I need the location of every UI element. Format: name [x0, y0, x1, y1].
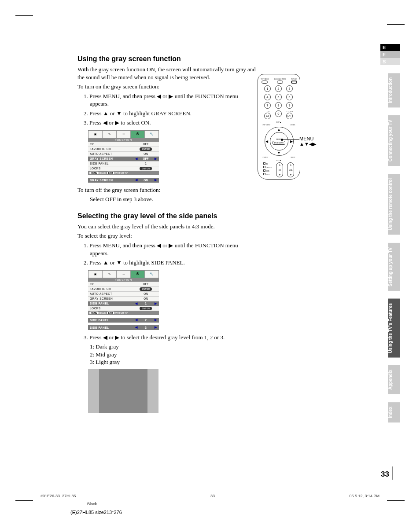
section1-intro: With the gray screen function ON, the sc… [77, 66, 256, 81]
osd1-single-val: ON [138, 179, 154, 182]
osd-tab-icon: ⦿ [131, 271, 145, 278]
remote-mode-list: TV CBL/SAT VCR DVD [263, 162, 272, 177]
remote-power-btn [291, 81, 297, 84]
remote-num-ENT: ENT [286, 113, 293, 119]
osd2-title: FUNCTION [88, 278, 159, 282]
page-number: 33 [381, 470, 389, 479]
osd-menu-2: ▣✎☰⦿🔧 FUNCTION CCOFFFAVORITE CHENTERAUTO… [88, 270, 159, 330]
osd-foot-back: BACK [99, 312, 106, 314]
osd-tab-icon: 🔧 [145, 271, 158, 278]
osd-foot-back: BACK [99, 172, 106, 174]
remote-dpad: POP MENU GUIDE ▲ ▼ ◀ ▶ MENU DVD MENU ENT… [262, 124, 296, 158]
dpad-left-icon: ◀ [265, 140, 268, 143]
crop-mark-br [387, 492, 405, 510]
s1-step2-text: Press ▲ or ▼ to highlight GRAY SCREEN. [89, 110, 192, 117]
osd-foot-watch: WATCH TV [115, 172, 128, 174]
s1-step3: 3. Press ◀ or ▶ to select ON. [77, 119, 256, 127]
osd-foot-menu: MENU [89, 312, 99, 314]
osd-tab-icon: ☰ [117, 131, 131, 138]
osd2-s1-label: SIDE PANEL [90, 319, 134, 322]
osd2-tabs: ▣✎☰⦿🔧 [88, 270, 159, 278]
remote-vol-rocker: ▲VOL▼ [287, 162, 294, 177]
osd1-title: FUNCTION [88, 138, 159, 142]
osd-tab-icon: ▣ [88, 271, 103, 278]
remote-numpad: 123456789+101000CH RTNENT [258, 84, 300, 121]
remote-ch-rocker: ▲CH▼ [276, 162, 283, 177]
remote-num-6: 6 [286, 94, 293, 100]
osd-foot-menu: MENU [89, 172, 99, 174]
remote-tvvideo-btn [262, 81, 268, 84]
section-tab-intro: Introduction [388, 73, 400, 107]
dpad-up-icon: ▲ [277, 128, 281, 132]
osd-row: GRAY SCREEN◀OFF▶ [88, 156, 159, 161]
s1-step3-text: Press ◀ or ▶ to select ON. [89, 119, 151, 126]
remote-num-100: 100 [264, 113, 271, 119]
s2-step1-text: Press MENU, and then press ◀ or ▶ until … [89, 242, 238, 257]
osd-tab-icon: ⦿ [131, 131, 145, 138]
side-panel-preview [88, 369, 158, 413]
osd2-s2-label: SIDE PANEL [90, 326, 134, 329]
remote-num-1: 1 [264, 85, 271, 92]
section-tab-index: Index [388, 402, 400, 422]
dpad-label-br: SLEEP [291, 157, 295, 158]
osd1-tabs: ▣✎☰⦿🔧 [88, 130, 159, 138]
osd-tab-icon: ▣ [88, 131, 103, 138]
remote-tvvideo-label: TV/VIDEO [261, 78, 269, 80]
section-tab-setup: Setting up your TV [388, 243, 400, 291]
osd-row: AUTO ASPECTON [88, 151, 159, 156]
osd-row: FAVORITE CHENTER [88, 286, 159, 291]
osd-row: SIDE PANEL◀1▶ [88, 301, 159, 306]
remote-recall-label: RECALL INFO [274, 78, 286, 80]
s2-step1: 1. Press MENU, and then press ◀ or ▶ unt… [77, 242, 256, 257]
section2-intro: You can select the gray level of the sid… [77, 223, 256, 231]
osd2-s2-val: 3 [138, 326, 154, 329]
osd-row: SIDE PANEL1 [88, 161, 159, 166]
footer-size: (E)27HL85 size213*276 [70, 510, 122, 515]
crop-mark-tr [387, 15, 405, 33]
osd1-single-label: GRAY SCREEN [90, 179, 134, 182]
osd-row: GRAY SCREENON [88, 296, 159, 301]
section2-heading: Selecting the gray level of the side pan… [77, 212, 256, 220]
remote-control: TV/VIDEO RECALL INFO POWER 123456789+101… [258, 74, 300, 180]
osd-tab-icon: ☰ [117, 271, 131, 278]
s2-step2-text: Press ▲ or ▼ to highlight SIDE PANEL. [89, 259, 185, 266]
s2-level2: 2: Mid gray [77, 351, 256, 359]
section1-off-step: Select OFF in step 3 above. [77, 195, 256, 203]
footer-meta: #01E26-33_27HL85 33 05.5.12, 3:14 PM [41, 494, 379, 498]
dpad-label-tr: GUIDE [291, 124, 295, 126]
remote-num-7: 7 [264, 102, 271, 109]
dpad-down-icon: ▼ [277, 151, 281, 155]
remote-num-9: 9 [286, 102, 293, 109]
s1-step2: 2. Press ▲ or ▼ to highlight GRAY SCREEN… [77, 110, 256, 117]
footer-date: 05.5.12, 3:14 PM [349, 494, 379, 498]
osd-foot-exit: EXIT [107, 312, 114, 314]
mode-dvd: DVD [266, 174, 269, 176]
remote-num-4: 4 [264, 94, 271, 100]
remote-favdown-label: FAV▼ [258, 159, 300, 162]
osd-tab-icon: 🔧 [145, 131, 158, 138]
osd-row: LOCKSENTER [88, 306, 159, 311]
mode-cbl: CBL/SAT [266, 167, 272, 169]
osd2-single-1: SIDE PANEL◀2▶ [88, 318, 159, 323]
dpad-label-tl: POP MENU [263, 124, 270, 126]
s1-step1-text: Press MENU, and then press ◀ or ▶ until … [89, 93, 238, 107]
footer-page: 33 [210, 494, 215, 498]
osd-row: CCOFF [88, 282, 159, 286]
callout-menu-label: MENU [299, 136, 316, 141]
s2-step3-text: Press ◀ or ▶ to select the desired gray … [89, 334, 225, 341]
osd-tab-icon: ✎ [103, 271, 117, 278]
section1-off-lead: To turn off the gray screen function: [77, 186, 256, 194]
dpad-dvdmenu-label: DVD MENU [273, 141, 285, 145]
side-tabs: E F S Introduction Connecting your TV Us… [380, 44, 400, 422]
remote-fav-label: FAV▲ [258, 121, 300, 123]
remote-power-label: POWER [291, 78, 297, 80]
osd-row: AUTO ASPECTON [88, 291, 159, 296]
crop-mark-bl [15, 492, 33, 510]
section-tab-remote: Using the remote control [388, 174, 400, 235]
section1-lead: To turn on the gray screen function: [77, 83, 256, 91]
osd1-footer: MENUBACK EXITWATCH TV [88, 171, 159, 175]
osd-foot-exit: EXIT [107, 172, 114, 174]
s2-level1: 1: Dark gray [77, 343, 256, 351]
osd2-footer: MENUBACK EXITWATCH TV [88, 311, 159, 315]
menu-callout: MENU ▲▼◀▶ [299, 136, 316, 147]
